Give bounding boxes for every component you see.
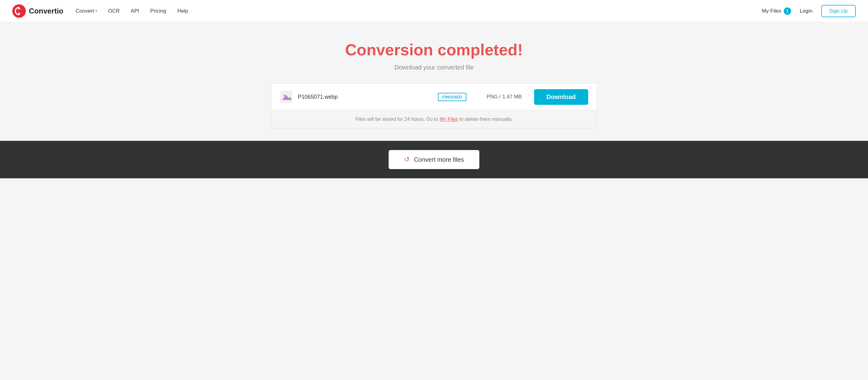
logo-text: Convertio bbox=[29, 7, 63, 15]
convert-more-button[interactable]: ↺ Convert more files bbox=[389, 150, 479, 169]
hero-title: Conversion completed! bbox=[271, 40, 597, 59]
status-badge: FINISHED bbox=[438, 93, 466, 101]
main-content: Conversion completed! Download your conv… bbox=[265, 22, 603, 141]
conversion-area: P1065071.webp FINISHED PNG / 1.47 MB Dow… bbox=[271, 83, 597, 128]
svg-point-0 bbox=[12, 4, 26, 18]
login-link[interactable]: Login bbox=[800, 8, 813, 14]
signup-button[interactable]: Sign Up bbox=[821, 5, 856, 17]
my-files-badge: 1 bbox=[784, 7, 791, 15]
file-size-info: PNG / 1.47 MB bbox=[479, 94, 522, 100]
nav-api[interactable]: API bbox=[131, 8, 139, 14]
nav-help[interactable]: Help bbox=[178, 8, 188, 14]
my-files-link[interactable]: My Files 1 bbox=[762, 7, 791, 15]
nav-ocr[interactable]: OCR bbox=[108, 8, 120, 14]
nav-links: Convert ▾ OCR API Pricing Help bbox=[75, 8, 762, 14]
file-type-icon bbox=[280, 91, 292, 103]
logo-icon bbox=[12, 4, 26, 18]
storage-note: Files will be stored for 24 hours. Go to… bbox=[271, 110, 597, 128]
file-card: P1065071.webp FINISHED PNG / 1.47 MB Dow… bbox=[271, 83, 597, 110]
nav-convert[interactable]: Convert ▾ bbox=[75, 8, 97, 14]
refresh-icon: ↺ bbox=[404, 156, 409, 164]
navbar: Convertio Convert ▾ OCR API Pricing Help… bbox=[0, 0, 868, 22]
svg-point-2 bbox=[283, 95, 285, 97]
dark-strip: ↺ Convert more files bbox=[0, 141, 868, 178]
nav-pricing[interactable]: Pricing bbox=[150, 8, 166, 14]
logo-link[interactable]: Convertio bbox=[12, 4, 63, 18]
nav-right: My Files 1 Login Sign Up bbox=[762, 5, 856, 17]
my-files-storage-link[interactable]: My Files bbox=[440, 117, 458, 122]
hero-subtitle: Download your converted file bbox=[271, 64, 597, 71]
file-name: P1065071.webp bbox=[298, 94, 438, 100]
chevron-down-icon: ▾ bbox=[95, 9, 97, 13]
download-button[interactable]: Download bbox=[534, 89, 588, 105]
